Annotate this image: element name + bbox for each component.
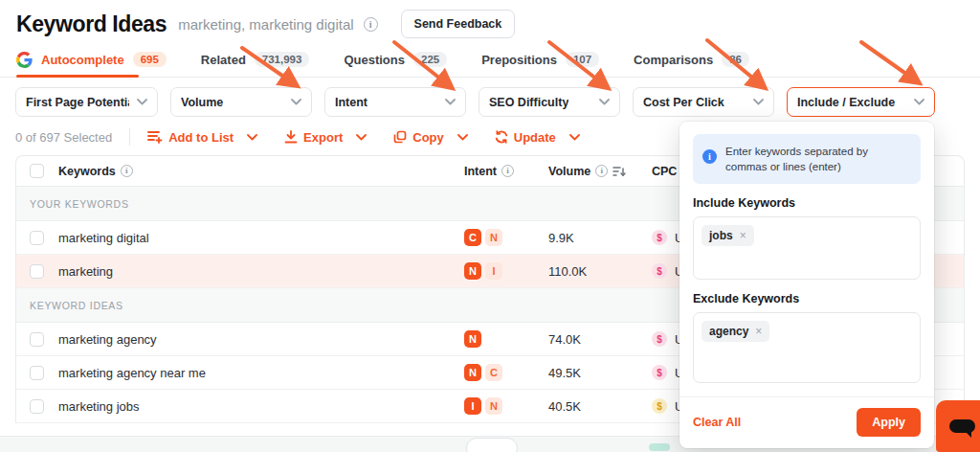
- keyword-tag: agency ×: [702, 321, 769, 342]
- apply-button[interactable]: Apply: [857, 408, 921, 437]
- copy-button[interactable]: Copy: [393, 130, 468, 145]
- filter-bar: First Page Potential (F... Volume Intent…: [15, 87, 965, 117]
- keyword-cell[interactable]: marketing: [58, 264, 464, 279]
- tab-comparisons-count: 86: [722, 52, 749, 67]
- filter-include-exclude-label: Include / Exclude: [797, 96, 895, 109]
- chevron-down-icon: [445, 99, 456, 105]
- sort-descending-icon[interactable]: [612, 166, 626, 177]
- tab-prepositions-label: Prepositions: [481, 53, 557, 67]
- tab-autocomplete-label: Autocomplete: [41, 53, 124, 67]
- intent-info-icon[interactable]: i: [501, 165, 514, 177]
- intent-badge-informational: I: [485, 262, 502, 280]
- tab-autocomplete[interactable]: Autocomplete 695: [16, 52, 167, 68]
- col-cpc[interactable]: CPC: [652, 165, 677, 178]
- selected-count-text: 0 of 697 Selected: [15, 130, 112, 145]
- filter-volume[interactable]: Volume: [170, 87, 312, 117]
- google-icon: [16, 52, 33, 68]
- tab-autocomplete-count: 695: [133, 52, 167, 67]
- keyword-tag: jobs ×: [702, 225, 754, 246]
- tab-questions[interactable]: Questions 225: [344, 52, 447, 67]
- row-checkbox[interactable]: [30, 332, 44, 347]
- chevron-down-icon: [291, 99, 301, 105]
- header-info-icon[interactable]: i: [364, 17, 378, 32]
- tag-text: jobs: [709, 229, 733, 242]
- intent-badge-navigational: N: [464, 262, 481, 280]
- add-to-list-label: Add to List: [168, 130, 234, 145]
- panel-info-banner: i Enter keywords separated by commas or …: [693, 134, 921, 184]
- export-button[interactable]: Export: [284, 130, 367, 145]
- filter-cost-per-click-label: Cost Per Click: [643, 96, 724, 109]
- refresh-icon: [495, 130, 508, 144]
- include-keywords-input[interactable]: jobs ×: [693, 216, 921, 280]
- keyword-cell[interactable]: marketing digital: [58, 231, 464, 245]
- copy-icon: [393, 130, 407, 144]
- col-volume[interactable]: Volume: [548, 165, 590, 178]
- export-label: Export: [303, 130, 343, 145]
- tab-comparisons-label: Comparisons: [634, 53, 713, 67]
- intent-badge-commercial: C: [464, 229, 481, 246]
- col-keywords[interactable]: Keywords: [58, 165, 116, 178]
- volume-cell: 49.5K: [548, 366, 652, 380]
- include-keywords-label: Include Keywords: [693, 196, 921, 210]
- cpc-dollar-icon: $: [652, 365, 667, 380]
- intent-badge-commercial: C: [485, 364, 502, 381]
- page-header: Keyword Ideas marketing, marketing digit…: [0, 0, 980, 42]
- info-icon: i: [702, 149, 717, 164]
- update-label: Update: [514, 130, 556, 145]
- clear-all-link[interactable]: Clear All: [693, 416, 741, 429]
- chevron-down-icon: [247, 134, 257, 141]
- chevron-down-icon: [457, 134, 468, 141]
- exclude-keywords-label: Exclude Keywords: [693, 292, 921, 305]
- cpc-dollar-icon: $: [652, 398, 667, 414]
- panel-footer: Clear All Apply: [679, 396, 934, 448]
- chevron-down-icon: [137, 99, 147, 105]
- keyword-cell[interactable]: marketing agency near me: [58, 366, 464, 380]
- row-checkbox[interactable]: [30, 264, 44, 279]
- add-to-list-button[interactable]: Add to List: [147, 130, 257, 145]
- active-tab-underline: [16, 75, 139, 78]
- page-title: Keyword Ideas: [16, 11, 167, 37]
- tab-comparisons[interactable]: Comparisons 86: [634, 52, 749, 67]
- filter-intent[interactable]: Intent: [324, 87, 466, 117]
- cpc-dollar-icon: $: [652, 331, 667, 347]
- keyword-cell[interactable]: marketing agency: [58, 332, 464, 347]
- chevron-down-icon: [914, 99, 924, 105]
- volume-cell: 9.9K: [548, 231, 652, 245]
- volume-cell: 40.5K: [548, 399, 652, 414]
- filter-first-page-potential[interactable]: First Page Potential (F...: [15, 87, 158, 117]
- filter-seo-difficulty[interactable]: SEO Difficulty: [479, 87, 620, 117]
- send-feedback-button[interactable]: Send Feedback: [401, 10, 516, 38]
- tab-prepositions-count: 107: [566, 52, 599, 67]
- cpc-dollar-icon: $: [652, 230, 667, 245]
- tab-questions-label: Questions: [344, 53, 405, 67]
- filter-include-exclude[interactable]: Include / Exclude: [787, 87, 935, 117]
- remove-tag-icon[interactable]: ×: [755, 325, 762, 338]
- update-button[interactable]: Update: [495, 130, 580, 145]
- intent-badge-informational: I: [464, 397, 481, 415]
- chat-widget-button[interactable]: [936, 400, 980, 452]
- filter-first-page-potential-label: First Page Potential (F...: [26, 96, 129, 109]
- chat-bubble-icon: [949, 419, 975, 433]
- intent-badge-navigational: N: [485, 397, 502, 415]
- remove-tag-icon[interactable]: ×: [740, 229, 746, 242]
- select-all-checkbox[interactable]: [30, 164, 44, 178]
- volume-info-icon[interactable]: i: [595, 165, 608, 177]
- tab-questions-count: 225: [413, 52, 447, 67]
- include-exclude-panel: i Enter keywords separated by commas or …: [679, 122, 934, 448]
- col-intent[interactable]: Intent: [464, 165, 497, 178]
- intent-badge-navigational: N: [464, 364, 481, 381]
- row-checkbox[interactable]: [30, 231, 44, 245]
- chevron-down-icon: [753, 99, 764, 105]
- seed-keywords-text: marketing, marketing digital: [178, 16, 353, 33]
- tab-related[interactable]: Related 731,993: [201, 52, 310, 67]
- chevron-down-icon: [569, 134, 580, 141]
- copy-label: Copy: [412, 130, 444, 145]
- exclude-keywords-input[interactable]: agency ×: [693, 312, 921, 383]
- filter-seo-difficulty-label: SEO Difficulty: [489, 96, 568, 109]
- keywords-info-icon[interactable]: i: [121, 165, 133, 177]
- tab-prepositions[interactable]: Prepositions 107: [481, 52, 599, 67]
- keyword-cell[interactable]: marketing jobs: [58, 399, 464, 414]
- row-checkbox[interactable]: [30, 366, 44, 380]
- row-checkbox[interactable]: [30, 399, 44, 414]
- filter-cost-per-click[interactable]: Cost Per Click: [633, 87, 774, 117]
